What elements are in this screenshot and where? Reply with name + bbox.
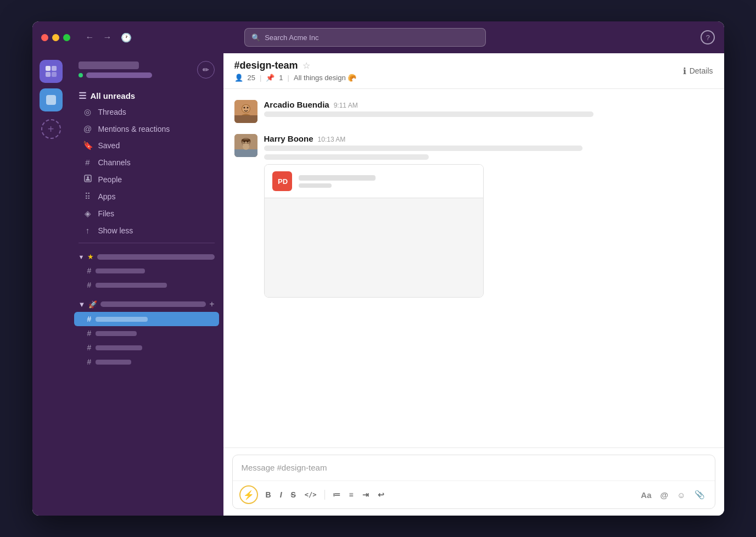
sidebar-item-threads[interactable]: ◎ Threads xyxy=(74,104,219,120)
channel-item-3[interactable]: # xyxy=(70,340,223,355)
attachment-size xyxy=(299,183,332,188)
chevron-down-icon-2: ▼ xyxy=(79,300,86,309)
search-icon: 🔍 xyxy=(251,33,260,42)
details-button[interactable]: ℹ Details xyxy=(683,66,713,76)
details-label: Details xyxy=(690,66,713,75)
message-text-harry-1 xyxy=(264,146,583,151)
sidebar-item-show-less[interactable]: ↑ Show less xyxy=(74,222,219,238)
pdf-icon: PDF xyxy=(272,171,292,191)
app-window: ← → 🕐 🔍 Search Acme Inc ? xyxy=(32,21,724,516)
star-channel-button[interactable]: ☆ xyxy=(303,60,310,71)
add-channel-button[interactable]: + xyxy=(209,299,214,309)
message-input-area: Message #design-team ⚡ B I S </> ≔ ≡ ⇥ ↩ xyxy=(223,448,724,516)
sidebar-item-apps[interactable]: ⠿ Apps xyxy=(74,188,219,205)
svg-rect-2 xyxy=(46,72,51,77)
saved-label: Saved xyxy=(98,141,120,150)
channel-item-2[interactable]: # xyxy=(70,326,223,340)
sidebar-item-files[interactable]: ◈ Files xyxy=(74,205,219,222)
edit-icon: ✏ xyxy=(203,65,209,74)
attach-button[interactable]: 📎 xyxy=(691,488,708,502)
channel-title-row: #design-team ☆ xyxy=(234,60,357,71)
indent-button[interactable]: ⇥ xyxy=(359,488,372,501)
more-formatting-button[interactable]: ↩ xyxy=(374,488,388,501)
emoji-button[interactable]: ☺ xyxy=(674,488,688,502)
members-count: 25 xyxy=(248,74,255,82)
all-unreads-section[interactable]: ☰ All unreads xyxy=(70,86,223,103)
files-label: Files xyxy=(98,209,115,218)
message-content-arcadio: Arcadio Buendia 9:11 AM xyxy=(264,100,713,123)
menu-icon: ☰ xyxy=(79,91,86,101)
svg-rect-13 xyxy=(234,115,257,123)
svg-rect-17 xyxy=(242,139,250,142)
svg-point-6 xyxy=(87,176,89,178)
forward-button[interactable]: → xyxy=(101,30,114,45)
chat-area: #design-team ☆ 👤 25 | 📌 1 | All things d… xyxy=(223,53,724,516)
close-button[interactable] xyxy=(41,34,48,41)
strikethrough-button[interactable]: S xyxy=(288,488,299,501)
sidebar-item-channels[interactable]: # Channels xyxy=(74,154,219,170)
mentions-label: Mentions & reactions xyxy=(98,125,170,133)
hash-icon-4: # xyxy=(87,357,92,366)
starred-group-header[interactable]: ▼ ★ xyxy=(70,250,223,264)
format-button[interactable]: Aa xyxy=(637,488,654,502)
svg-point-22 xyxy=(243,143,249,150)
rocket-group-header[interactable]: ▼ 🚀 + xyxy=(70,297,223,312)
online-indicator xyxy=(79,73,83,77)
message-author-harry: Harry Boone xyxy=(264,134,313,143)
bold-button[interactable]: B xyxy=(262,488,275,501)
sidebar-header: ✏ xyxy=(70,53,223,86)
apps-icon: ⠿ xyxy=(83,192,93,202)
svg-rect-21 xyxy=(234,149,257,157)
main-content: + ✏ xyxy=(32,53,724,516)
sidebar-item-saved[interactable]: 🔖 Saved xyxy=(74,137,219,154)
people-icon xyxy=(83,174,93,184)
back-button[interactable]: ← xyxy=(83,30,97,45)
message-time-arcadio: 9:11 AM xyxy=(334,102,358,109)
message-harry: Harry Boone 10:13 AM PDF xyxy=(234,134,713,298)
input-box: Message #design-team ⚡ B I S </> ≔ ≡ ⇥ ↩ xyxy=(232,455,715,509)
threads-icon: ◎ xyxy=(83,107,93,117)
messages-area: Arcadio Buendia 9:11 AM xyxy=(223,89,724,448)
workspace-icon-primary[interactable] xyxy=(40,60,63,83)
svg-rect-3 xyxy=(52,72,57,77)
minimize-button[interactable] xyxy=(52,34,59,41)
edit-button[interactable]: ✏ xyxy=(197,61,215,79)
message-arcadio: Arcadio Buendia 9:11 AM xyxy=(234,100,713,123)
starred-channel-2[interactable]: # xyxy=(70,278,223,292)
lightning-button[interactable]: ⚡ xyxy=(239,485,258,504)
ordered-list-button[interactable]: ≔ xyxy=(329,488,344,501)
code-button[interactable]: </> xyxy=(301,489,320,501)
mentions-icon: @ xyxy=(83,124,93,133)
channel-item-4[interactable]: # xyxy=(70,355,223,369)
workspace-icon-secondary[interactable] xyxy=(40,88,63,111)
toolbar-separator-1 xyxy=(324,490,325,500)
svg-rect-4 xyxy=(46,95,56,105)
people-label: People xyxy=(98,175,122,184)
starred-channel-1[interactable]: # xyxy=(70,264,223,278)
search-bar[interactable]: 🔍 Search Acme Inc xyxy=(244,28,486,47)
avatar-arcadio xyxy=(234,100,257,123)
message-header-arcadio: Arcadio Buendia 9:11 AM xyxy=(264,100,713,109)
starred-channel-group: ▼ ★ # # xyxy=(70,248,223,294)
italic-button[interactable]: I xyxy=(277,488,285,501)
channel-info: #design-team ☆ 👤 25 | 📌 1 | All things d… xyxy=(234,60,357,82)
active-channel-item[interactable]: # xyxy=(74,312,219,326)
message-text-arcadio xyxy=(264,111,593,117)
show-less-label: Show less xyxy=(98,226,133,235)
history-button[interactable]: 🕐 xyxy=(119,30,134,45)
mention-button[interactable]: @ xyxy=(657,488,672,502)
unordered-list-button[interactable]: ≡ xyxy=(346,488,357,501)
svg-rect-1 xyxy=(52,66,57,71)
add-workspace-button[interactable]: + xyxy=(41,119,61,139)
message-input[interactable]: Message #design-team xyxy=(233,455,715,480)
input-placeholder: Message #design-team xyxy=(242,463,327,472)
sidebar-item-people[interactable]: People xyxy=(74,171,219,188)
sidebar-item-mentions[interactable]: @ Mentions & reactions xyxy=(74,121,219,137)
pinned-count: 1 xyxy=(279,74,283,82)
maximize-button[interactable] xyxy=(63,34,70,41)
avatar-harry xyxy=(234,134,257,157)
members-icon: 👤 xyxy=(234,74,243,82)
help-button[interactable]: ? xyxy=(701,30,715,44)
channel-name-placeholder-2 xyxy=(96,283,167,288)
hash-icon: # xyxy=(87,281,92,289)
